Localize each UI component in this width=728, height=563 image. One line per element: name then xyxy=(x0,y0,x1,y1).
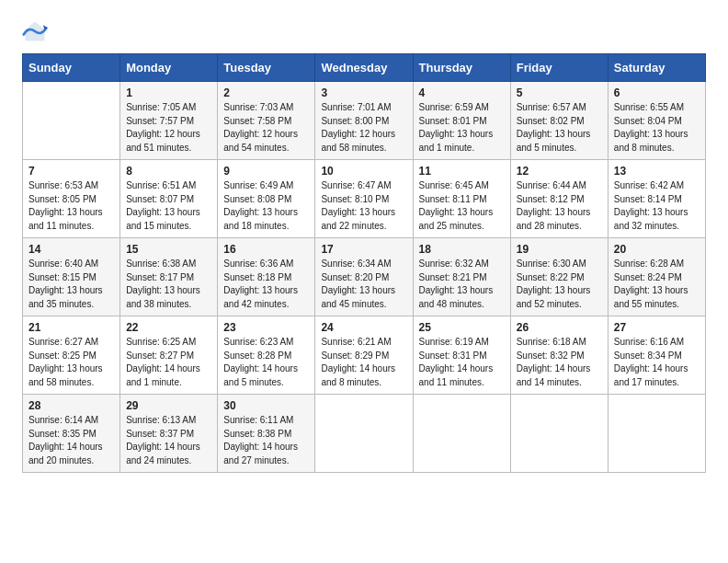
day-number: 30 xyxy=(223,399,309,412)
day-info: Sunrise: 7:03 AM Sunset: 7:58 PM Dayligh… xyxy=(223,101,309,155)
day-info: Sunrise: 6:45 AM Sunset: 8:11 PM Dayligh… xyxy=(419,179,505,233)
day-number: 4 xyxy=(419,86,505,99)
day-info: Sunrise: 6:57 AM Sunset: 8:02 PM Dayligh… xyxy=(517,101,602,155)
week-row-4: 21Sunrise: 6:27 AM Sunset: 8:25 PM Dayli… xyxy=(23,316,706,395)
day-number: 26 xyxy=(517,321,602,334)
day-number: 9 xyxy=(223,165,309,178)
logo-icon xyxy=(22,18,48,44)
day-info: Sunrise: 6:51 AM Sunset: 8:07 PM Dayligh… xyxy=(126,179,211,233)
day-number: 28 xyxy=(28,399,114,412)
calendar-cell: 12Sunrise: 6:44 AM Sunset: 8:12 PM Dayli… xyxy=(510,160,608,238)
calendar-cell: 17Sunrise: 6:34 AM Sunset: 8:20 PM Dayli… xyxy=(315,238,413,316)
day-number: 27 xyxy=(614,321,700,334)
calendar-cell: 24Sunrise: 6:21 AM Sunset: 8:29 PM Dayli… xyxy=(315,316,413,395)
day-number: 16 xyxy=(223,243,309,256)
day-info: Sunrise: 6:59 AM Sunset: 8:01 PM Dayligh… xyxy=(419,101,505,155)
logo xyxy=(22,18,51,44)
week-row-2: 7Sunrise: 6:53 AM Sunset: 8:05 PM Daylig… xyxy=(23,160,706,238)
day-number: 11 xyxy=(419,165,505,178)
day-number: 14 xyxy=(28,243,114,256)
calendar-cell xyxy=(23,82,120,160)
day-info: Sunrise: 6:36 AM Sunset: 8:18 PM Dayligh… xyxy=(223,258,309,311)
weekday-header-thursday: Thursday xyxy=(413,54,510,82)
day-number: 13 xyxy=(614,165,700,178)
day-number: 19 xyxy=(517,243,602,256)
day-info: Sunrise: 6:49 AM Sunset: 8:08 PM Dayligh… xyxy=(223,179,309,233)
day-number: 18 xyxy=(419,243,505,256)
calendar-cell xyxy=(413,395,510,473)
calendar-cell: 18Sunrise: 6:32 AM Sunset: 8:21 PM Dayli… xyxy=(413,238,510,316)
day-number: 15 xyxy=(126,243,211,256)
day-number: 5 xyxy=(517,86,602,99)
page-header xyxy=(22,18,706,44)
day-info: Sunrise: 6:28 AM Sunset: 8:24 PM Dayligh… xyxy=(614,258,700,311)
calendar-cell: 7Sunrise: 6:53 AM Sunset: 8:05 PM Daylig… xyxy=(23,160,120,238)
day-info: Sunrise: 6:32 AM Sunset: 8:21 PM Dayligh… xyxy=(419,258,505,311)
calendar-cell: 27Sunrise: 6:16 AM Sunset: 8:34 PM Dayli… xyxy=(608,316,705,395)
day-info: Sunrise: 6:14 AM Sunset: 8:35 PM Dayligh… xyxy=(28,414,114,467)
day-number: 24 xyxy=(321,321,406,334)
day-info: Sunrise: 6:19 AM Sunset: 8:31 PM Dayligh… xyxy=(419,336,505,389)
day-info: Sunrise: 6:34 AM Sunset: 8:20 PM Dayligh… xyxy=(321,258,406,311)
weekday-header-wednesday: Wednesday xyxy=(315,54,413,82)
day-number: 2 xyxy=(223,86,309,99)
day-number: 12 xyxy=(517,165,602,178)
day-info: Sunrise: 6:23 AM Sunset: 8:28 PM Dayligh… xyxy=(223,336,309,389)
calendar-cell: 26Sunrise: 6:18 AM Sunset: 8:32 PM Dayli… xyxy=(510,316,608,395)
day-number: 20 xyxy=(614,243,700,256)
day-info: Sunrise: 6:47 AM Sunset: 8:10 PM Dayligh… xyxy=(321,179,406,233)
day-info: Sunrise: 6:30 AM Sunset: 8:22 PM Dayligh… xyxy=(517,258,602,311)
calendar-cell xyxy=(315,395,413,473)
day-number: 29 xyxy=(126,399,211,412)
calendar-cell: 22Sunrise: 6:25 AM Sunset: 8:27 PM Dayli… xyxy=(120,316,218,395)
calendar-cell: 9Sunrise: 6:49 AM Sunset: 8:08 PM Daylig… xyxy=(218,160,315,238)
day-info: Sunrise: 6:25 AM Sunset: 8:27 PM Dayligh… xyxy=(126,336,211,389)
day-number: 8 xyxy=(126,165,211,178)
weekday-header-monday: Monday xyxy=(120,54,218,82)
week-row-1: 1Sunrise: 7:05 AM Sunset: 7:57 PM Daylig… xyxy=(23,82,706,160)
day-info: Sunrise: 6:18 AM Sunset: 8:32 PM Dayligh… xyxy=(517,336,602,389)
calendar-cell: 25Sunrise: 6:19 AM Sunset: 8:31 PM Dayli… xyxy=(413,316,510,395)
day-info: Sunrise: 7:01 AM Sunset: 8:00 PM Dayligh… xyxy=(321,101,406,155)
calendar-cell: 16Sunrise: 6:36 AM Sunset: 8:18 PM Dayli… xyxy=(218,238,315,316)
day-info: Sunrise: 6:13 AM Sunset: 8:37 PM Dayligh… xyxy=(126,414,211,467)
calendar-cell: 1Sunrise: 7:05 AM Sunset: 7:57 PM Daylig… xyxy=(120,82,218,160)
weekday-header-friday: Friday xyxy=(510,54,608,82)
day-info: Sunrise: 6:16 AM Sunset: 8:34 PM Dayligh… xyxy=(614,336,700,389)
calendar-cell: 30Sunrise: 6:11 AM Sunset: 8:38 PM Dayli… xyxy=(218,395,315,473)
calendar-cell: 11Sunrise: 6:45 AM Sunset: 8:11 PM Dayli… xyxy=(413,160,510,238)
day-number: 10 xyxy=(321,165,406,178)
calendar-cell: 28Sunrise: 6:14 AM Sunset: 8:35 PM Dayli… xyxy=(23,395,120,473)
day-number: 3 xyxy=(321,86,406,99)
calendar-cell: 29Sunrise: 6:13 AM Sunset: 8:37 PM Dayli… xyxy=(120,395,218,473)
calendar-cell: 3Sunrise: 7:01 AM Sunset: 8:00 PM Daylig… xyxy=(315,82,413,160)
day-info: Sunrise: 6:21 AM Sunset: 8:29 PM Dayligh… xyxy=(321,336,406,389)
calendar-cell: 20Sunrise: 6:28 AM Sunset: 8:24 PM Dayli… xyxy=(608,238,705,316)
calendar-cell: 19Sunrise: 6:30 AM Sunset: 8:22 PM Dayli… xyxy=(510,238,608,316)
day-number: 25 xyxy=(419,321,505,334)
calendar-cell: 10Sunrise: 6:47 AM Sunset: 8:10 PM Dayli… xyxy=(315,160,413,238)
weekday-header-tuesday: Tuesday xyxy=(218,54,315,82)
day-info: Sunrise: 6:40 AM Sunset: 8:15 PM Dayligh… xyxy=(28,258,114,311)
day-info: Sunrise: 6:44 AM Sunset: 8:12 PM Dayligh… xyxy=(517,179,602,233)
day-info: Sunrise: 6:38 AM Sunset: 8:17 PM Dayligh… xyxy=(126,258,211,311)
calendar-cell: 4Sunrise: 6:59 AM Sunset: 8:01 PM Daylig… xyxy=(413,82,510,160)
calendar-cell: 6Sunrise: 6:55 AM Sunset: 8:04 PM Daylig… xyxy=(608,82,705,160)
day-number: 7 xyxy=(28,165,114,178)
calendar-cell: 14Sunrise: 6:40 AM Sunset: 8:15 PM Dayli… xyxy=(23,238,120,316)
week-row-3: 14Sunrise: 6:40 AM Sunset: 8:15 PM Dayli… xyxy=(23,238,706,316)
calendar-cell: 23Sunrise: 6:23 AM Sunset: 8:28 PM Dayli… xyxy=(218,316,315,395)
day-info: Sunrise: 6:53 AM Sunset: 8:05 PM Dayligh… xyxy=(28,179,114,233)
calendar-cell xyxy=(510,395,608,473)
day-number: 23 xyxy=(223,321,309,334)
week-row-5: 28Sunrise: 6:14 AM Sunset: 8:35 PM Dayli… xyxy=(23,395,706,473)
calendar-table: SundayMondayTuesdayWednesdayThursdayFrid… xyxy=(22,53,706,473)
day-number: 21 xyxy=(28,321,114,334)
weekday-header-sunday: Sunday xyxy=(23,54,120,82)
day-number: 1 xyxy=(126,86,211,99)
calendar-cell: 5Sunrise: 6:57 AM Sunset: 8:02 PM Daylig… xyxy=(510,82,608,160)
day-info: Sunrise: 6:42 AM Sunset: 8:14 PM Dayligh… xyxy=(614,179,700,233)
day-info: Sunrise: 7:05 AM Sunset: 7:57 PM Dayligh… xyxy=(126,101,211,155)
day-info: Sunrise: 6:55 AM Sunset: 8:04 PM Dayligh… xyxy=(614,101,700,155)
day-number: 22 xyxy=(126,321,211,334)
